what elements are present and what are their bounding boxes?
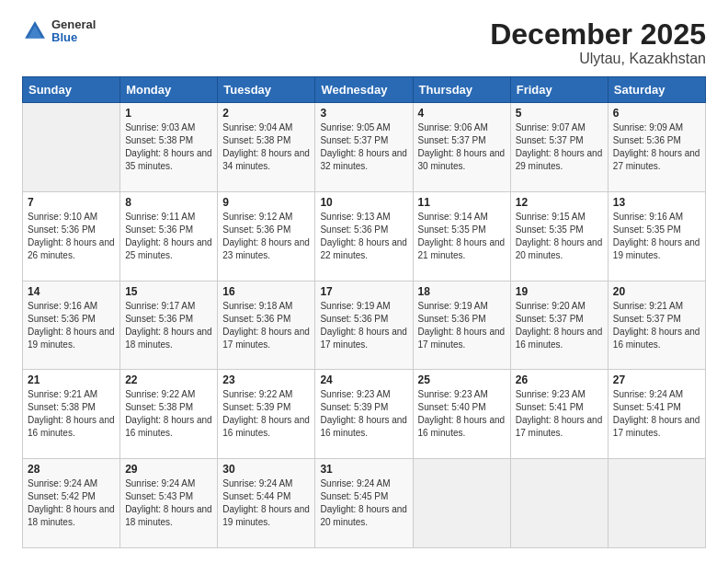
day-number: 9 xyxy=(222,196,310,209)
weekday-saturday: Saturday xyxy=(608,77,705,103)
logo-text: General Blue xyxy=(51,18,96,45)
cell-info: Sunrise: 9:16 AMSunset: 5:36 PMDaylight:… xyxy=(28,300,115,351)
calendar-row-2: 14Sunrise: 9:16 AMSunset: 5:36 PMDayligh… xyxy=(23,281,706,370)
day-number: 11 xyxy=(418,196,506,209)
cell-info: Sunrise: 9:21 AMSunset: 5:38 PMDaylight:… xyxy=(28,388,115,440)
calendar-cell-r1-c5: 12Sunrise: 9:15 AMSunset: 5:35 PMDayligh… xyxy=(510,191,608,281)
cell-info: Sunrise: 9:06 AMSunset: 5:37 PMDaylight:… xyxy=(418,121,506,173)
logo-blue: Blue xyxy=(51,31,96,44)
day-number: 25 xyxy=(418,373,506,386)
calendar-cell-r3-c5: 26Sunrise: 9:23 AMSunset: 5:41 PMDayligh… xyxy=(510,370,608,459)
calendar-cell-r4-c3: 31Sunrise: 9:24 AMSunset: 5:45 PMDayligh… xyxy=(315,459,413,548)
calendar-cell-r3-c6: 27Sunrise: 9:24 AMSunset: 5:41 PMDayligh… xyxy=(608,370,705,459)
day-number: 19 xyxy=(516,285,603,298)
cell-info: Sunrise: 9:24 AMSunset: 5:41 PMDaylight:… xyxy=(613,388,700,440)
calendar-cell-r1-c6: 13Sunrise: 9:16 AMSunset: 5:35 PMDayligh… xyxy=(608,191,705,281)
cell-info: Sunrise: 9:04 AMSunset: 5:38 PMDaylight:… xyxy=(222,121,310,173)
day-number: 23 xyxy=(222,373,310,386)
day-number: 28 xyxy=(28,463,115,476)
calendar-cell-r3-c0: 21Sunrise: 9:21 AMSunset: 5:38 PMDayligh… xyxy=(23,370,120,459)
cell-info: Sunrise: 9:05 AMSunset: 5:37 PMDaylight:… xyxy=(320,121,407,173)
calendar-cell-r1-c2: 9Sunrise: 9:12 AMSunset: 5:36 PMDaylight… xyxy=(218,191,315,281)
day-number: 12 xyxy=(516,196,603,209)
weekday-wednesday: Wednesday xyxy=(315,77,413,103)
cell-info: Sunrise: 9:23 AMSunset: 5:39 PMDaylight:… xyxy=(320,388,407,440)
cell-info: Sunrise: 9:15 AMSunset: 5:35 PMDaylight:… xyxy=(516,211,603,262)
calendar-cell-r4-c1: 29Sunrise: 9:24 AMSunset: 5:43 PMDayligh… xyxy=(120,459,218,548)
cell-info: Sunrise: 9:14 AMSunset: 5:35 PMDaylight:… xyxy=(418,211,506,262)
day-number: 14 xyxy=(28,285,115,298)
day-number: 8 xyxy=(125,196,212,209)
calendar-cell-r1-c0: 7Sunrise: 9:10 AMSunset: 5:36 PMDaylight… xyxy=(23,191,120,281)
calendar-row-4: 28Sunrise: 9:24 AMSunset: 5:42 PMDayligh… xyxy=(23,459,706,548)
logo-general: General xyxy=(51,18,96,31)
calendar-cell-r2-c5: 19Sunrise: 9:20 AMSunset: 5:37 PMDayligh… xyxy=(510,281,608,370)
calendar-cell-r0-c3: 3Sunrise: 9:05 AMSunset: 5:37 PMDaylight… xyxy=(315,103,413,192)
weekday-thursday: Thursday xyxy=(413,77,510,103)
day-number: 13 xyxy=(613,196,700,209)
logo-icon xyxy=(22,18,48,44)
day-number: 1 xyxy=(125,107,212,120)
day-number: 17 xyxy=(320,285,407,298)
day-number: 16 xyxy=(222,285,310,298)
cell-info: Sunrise: 9:23 AMSunset: 5:40 PMDaylight:… xyxy=(418,388,506,440)
cell-info: Sunrise: 9:21 AMSunset: 5:37 PMDaylight:… xyxy=(613,300,700,351)
cell-info: Sunrise: 9:07 AMSunset: 5:37 PMDaylight:… xyxy=(516,121,603,173)
calendar-cell-r2-c0: 14Sunrise: 9:16 AMSunset: 5:36 PMDayligh… xyxy=(23,281,120,370)
day-number: 5 xyxy=(516,107,603,120)
month-title: December 2025 xyxy=(490,18,706,51)
cell-info: Sunrise: 9:09 AMSunset: 5:36 PMDaylight:… xyxy=(613,121,700,173)
day-number: 26 xyxy=(516,373,603,386)
cell-info: Sunrise: 9:24 AMSunset: 5:44 PMDaylight:… xyxy=(222,477,310,529)
day-number: 3 xyxy=(320,107,407,120)
calendar-page: General Blue December 2025 Ulytau, Kazak… xyxy=(0,0,728,563)
cell-info: Sunrise: 9:24 AMSunset: 5:43 PMDaylight:… xyxy=(125,477,212,529)
cell-info: Sunrise: 9:19 AMSunset: 5:36 PMDaylight:… xyxy=(418,300,506,351)
weekday-tuesday: Tuesday xyxy=(218,77,315,103)
cell-info: Sunrise: 9:19 AMSunset: 5:36 PMDaylight:… xyxy=(320,300,407,351)
cell-info: Sunrise: 9:16 AMSunset: 5:35 PMDaylight:… xyxy=(613,211,700,262)
cell-info: Sunrise: 9:17 AMSunset: 5:36 PMDaylight:… xyxy=(125,300,212,351)
calendar-cell-r2-c3: 17Sunrise: 9:19 AMSunset: 5:36 PMDayligh… xyxy=(315,281,413,370)
calendar-cell-r2-c2: 16Sunrise: 9:18 AMSunset: 5:36 PMDayligh… xyxy=(218,281,315,370)
calendar-body: 1Sunrise: 9:03 AMSunset: 5:38 PMDaylight… xyxy=(23,103,706,548)
day-number: 31 xyxy=(320,463,407,476)
cell-info: Sunrise: 9:24 AMSunset: 5:45 PMDaylight:… xyxy=(320,477,407,529)
day-number: 22 xyxy=(125,373,212,386)
weekday-monday: Monday xyxy=(120,77,218,103)
calendar-cell-r4-c0: 28Sunrise: 9:24 AMSunset: 5:42 PMDayligh… xyxy=(23,459,120,548)
cell-info: Sunrise: 9:22 AMSunset: 5:38 PMDaylight:… xyxy=(125,388,212,440)
calendar-cell-r0-c5: 5Sunrise: 9:07 AMSunset: 5:37 PMDaylight… xyxy=(510,103,608,192)
logo: General Blue xyxy=(22,18,96,45)
day-number: 7 xyxy=(28,196,115,209)
page-header: General Blue December 2025 Ulytau, Kazak… xyxy=(22,18,706,67)
title-block: December 2025 Ulytau, Kazakhstan xyxy=(490,18,706,67)
cell-info: Sunrise: 9:12 AMSunset: 5:36 PMDaylight:… xyxy=(222,211,310,262)
cell-info: Sunrise: 9:22 AMSunset: 5:39 PMDaylight:… xyxy=(222,388,310,440)
calendar-row-3: 21Sunrise: 9:21 AMSunset: 5:38 PMDayligh… xyxy=(23,370,706,459)
day-number: 29 xyxy=(125,463,212,476)
calendar-header: Sunday Monday Tuesday Wednesday Thursday… xyxy=(23,77,706,103)
calendar-cell-r0-c4: 4Sunrise: 9:06 AMSunset: 5:37 PMDaylight… xyxy=(413,103,510,192)
weekday-sunday: Sunday xyxy=(23,77,120,103)
calendar-cell-r2-c6: 20Sunrise: 9:21 AMSunset: 5:37 PMDayligh… xyxy=(608,281,705,370)
calendar-row-1: 7Sunrise: 9:10 AMSunset: 5:36 PMDaylight… xyxy=(23,191,706,281)
calendar-row-0: 1Sunrise: 9:03 AMSunset: 5:38 PMDaylight… xyxy=(23,103,706,192)
calendar-cell-r4-c6 xyxy=(608,459,705,548)
day-number: 4 xyxy=(418,107,506,120)
calendar-cell-r3-c4: 25Sunrise: 9:23 AMSunset: 5:40 PMDayligh… xyxy=(413,370,510,459)
day-number: 18 xyxy=(418,285,506,298)
calendar-cell-r1-c4: 11Sunrise: 9:14 AMSunset: 5:35 PMDayligh… xyxy=(413,191,510,281)
calendar-cell-r4-c5 xyxy=(510,459,608,548)
cell-info: Sunrise: 9:10 AMSunset: 5:36 PMDaylight:… xyxy=(28,211,115,262)
location: Ulytau, Kazakhstan xyxy=(490,51,706,67)
cell-info: Sunrise: 9:20 AMSunset: 5:37 PMDaylight:… xyxy=(516,300,603,351)
calendar-cell-r0-c0 xyxy=(23,103,120,192)
day-number: 2 xyxy=(222,107,310,120)
calendar-cell-r4-c4 xyxy=(413,459,510,548)
day-number: 24 xyxy=(320,373,407,386)
day-number: 30 xyxy=(222,463,310,476)
day-number: 27 xyxy=(613,373,700,386)
weekday-friday: Friday xyxy=(510,77,608,103)
calendar-table: Sunday Monday Tuesday Wednesday Thursday… xyxy=(22,76,706,548)
